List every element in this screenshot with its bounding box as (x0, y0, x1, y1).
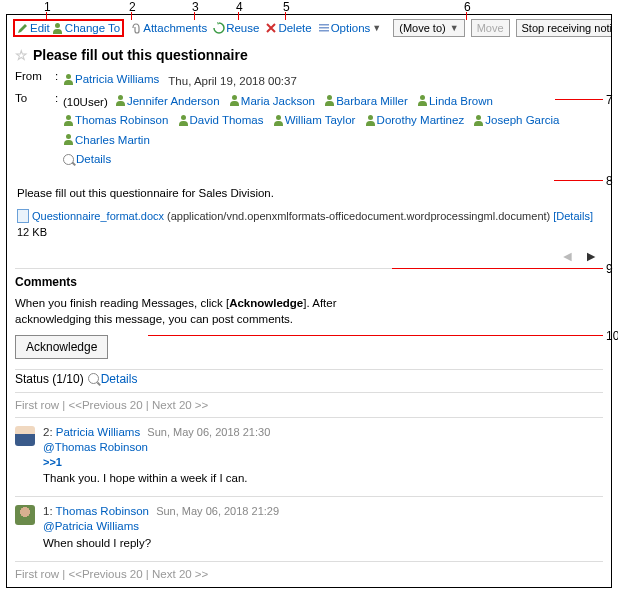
annot-1: 1 (44, 0, 51, 14)
user-icon (52, 23, 63, 34)
annot-line (554, 180, 603, 181)
user-icon (178, 115, 189, 126)
annot-6: 6 (464, 0, 471, 14)
body-pager: ◄ ► (7, 244, 611, 268)
pager-first[interactable]: First row (15, 399, 59, 411)
user-icon (417, 95, 428, 106)
attachment-type: (application/vnd.openxmlformats-officedo… (167, 210, 550, 222)
comment-number: 1: (43, 505, 53, 517)
from-label: From (15, 70, 55, 82)
attachments-button[interactable]: Attachments (130, 22, 207, 34)
comment-time: Sun, May 06, 2018 21:29 (156, 505, 279, 517)
svg-rect-2 (319, 30, 329, 32)
comment-body: When should I reply? (43, 535, 603, 551)
avatar (15, 426, 35, 446)
from-time: Thu, April 19, 2018 00:37 (168, 75, 297, 87)
user-icon (63, 134, 74, 145)
magnifier-icon (63, 154, 74, 165)
to-user[interactable]: Charles Martin (63, 131, 150, 149)
acknowledge-button[interactable]: Acknowledge (15, 335, 108, 359)
user-icon (229, 95, 240, 106)
to-user[interactable]: Linda Brown (417, 92, 493, 110)
to-user[interactable]: Barbara Miller (324, 92, 408, 110)
annot-7: 7 (606, 93, 613, 107)
user-icon (115, 95, 126, 106)
user-icon (324, 95, 335, 106)
move-button[interactable]: Move (471, 19, 510, 37)
change-to-button[interactable]: Change To (52, 22, 120, 34)
comment-author[interactable]: Patricia Williams (56, 426, 140, 438)
pencil-icon (17, 22, 29, 34)
annot-5: 5 (283, 0, 290, 14)
edit-group-highlight: Edit Change To (13, 19, 124, 37)
user-icon (273, 115, 284, 126)
to-user[interactable]: Dorothy Martinez (365, 111, 465, 129)
to-user[interactable]: Jennifer Anderson (115, 92, 220, 110)
options-button[interactable]: Options▼ (318, 22, 382, 34)
to-user[interactable]: Thomas Robinson (63, 111, 168, 129)
svg-rect-1 (319, 27, 329, 29)
options-label: Options (331, 22, 371, 34)
avatar (15, 505, 35, 525)
comment-item: 2: Patricia Williams Sun, May 06, 2018 2… (7, 418, 611, 496)
caret-down-icon: ▼ (450, 23, 459, 33)
status-details[interactable]: Details (88, 372, 138, 386)
recycle-icon (213, 22, 225, 34)
comment-body: Thank you. I hope within a week if I can… (43, 470, 603, 486)
attachments-label: Attachments (143, 22, 207, 34)
move-to-label: (Move to) (399, 22, 445, 34)
edit-label: Edit (30, 22, 50, 34)
move-to-dropdown[interactable]: (Move to) ▼ (393, 19, 464, 37)
comments-heading: Comments (7, 269, 611, 293)
annot-line (392, 268, 603, 269)
attachment-name[interactable]: Questionnaire_format.docx (32, 210, 164, 222)
status-text: Status (1/10) (15, 372, 84, 386)
change-to-label: Change To (65, 22, 120, 34)
body-next[interactable]: ► (581, 248, 601, 264)
message-title-row: ☆ Please fill out this questionnaire (7, 43, 611, 67)
comment-ref[interactable]: >>1 (43, 456, 603, 468)
message-body: Please fill out this questionnaire for S… (7, 173, 611, 244)
comment-mention[interactable]: @Patricia Williams (43, 520, 603, 532)
attachment-details[interactable]: [Details] (553, 210, 593, 222)
body-prev[interactable]: ◄ (557, 248, 577, 264)
svg-rect-0 (319, 24, 329, 26)
to-user[interactable]: William Taylor (273, 111, 356, 129)
pager-next[interactable]: Next 20 >> (152, 399, 208, 411)
pager-prev[interactable]: <<Previous 20 (68, 568, 142, 580)
x-icon (265, 22, 277, 34)
to-user[interactable]: David Thomas (178, 111, 264, 129)
annot-9: 9 (606, 262, 613, 276)
comment-time: Sun, May 06, 2018 21:30 (147, 426, 270, 438)
comments-pager-bottom: First row | <<Previous 20 | Next 20 >> (7, 562, 611, 586)
recipients-details[interactable]: Details (63, 150, 111, 168)
message-meta: From : Patricia Williams Thu, April 19, … (7, 67, 611, 173)
star-icon[interactable]: ☆ (15, 47, 28, 63)
delete-button[interactable]: Delete (265, 22, 311, 34)
annot-4: 4 (236, 0, 243, 14)
annot-8: 8 (606, 174, 613, 188)
attachment-row: Questionnaire_format.docx (application/v… (17, 209, 601, 238)
pager-prev[interactable]: <<Previous 20 (68, 399, 142, 411)
to-user[interactable]: Maria Jackson (229, 92, 315, 110)
caret-down-icon: ▼ (372, 23, 381, 33)
document-icon (17, 209, 29, 223)
comments-pager-top: First row | <<Previous 20 | Next 20 >> (7, 393, 611, 417)
status-row: Status (1/10) Details (7, 370, 611, 392)
magnifier-icon (88, 373, 99, 384)
annot-10: 10 (606, 329, 618, 343)
reuse-button[interactable]: Reuse (213, 22, 259, 34)
to-user[interactable]: Joseph Garcia (473, 111, 559, 129)
annot-line (555, 99, 603, 100)
comment-number: 2: (43, 426, 53, 438)
stop-notifications-button[interactable]: Stop receiving notifications (516, 19, 612, 37)
edit-button[interactable]: Edit (17, 22, 50, 34)
pager-next[interactable]: Next 20 >> (152, 568, 208, 580)
comment-mention[interactable]: @Thomas Robinson (43, 441, 603, 453)
pager-first[interactable]: First row (15, 568, 59, 580)
comment-author[interactable]: Thomas Robinson (56, 505, 149, 517)
list-icon (318, 22, 330, 34)
to-count: (10User) (63, 96, 108, 108)
from-user[interactable]: Patricia Williams (63, 70, 159, 88)
message-view: Edit Change To Attachments Reuse Delete … (6, 14, 612, 588)
